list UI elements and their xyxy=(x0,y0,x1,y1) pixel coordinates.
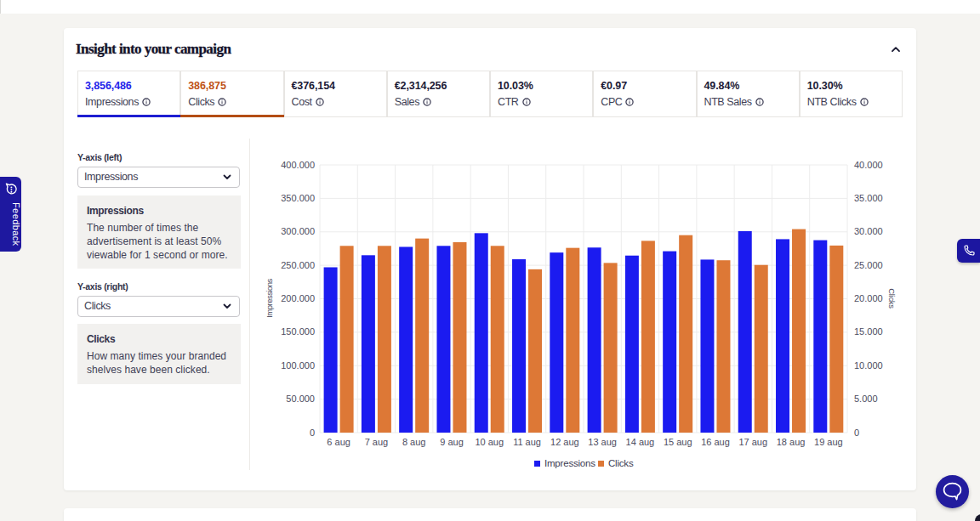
svg-text:Impressions: Impressions xyxy=(544,458,595,468)
svg-text:13 aug: 13 aug xyxy=(588,437,617,447)
svg-text:25.000: 25.000 xyxy=(854,260,883,270)
svg-text:18 aug: 18 aug xyxy=(777,437,806,447)
svg-text:11 aug: 11 aug xyxy=(513,437,541,447)
svg-text:30.000: 30.000 xyxy=(854,226,883,236)
svg-text:6 aug: 6 aug xyxy=(327,437,350,447)
svg-text:19 aug: 19 aug xyxy=(814,437,843,447)
svg-text:5.000: 5.000 xyxy=(854,394,878,404)
svg-text:7 aug: 7 aug xyxy=(365,437,389,447)
svg-text:35.000: 35.000 xyxy=(854,193,883,203)
svg-text:400.000: 400.000 xyxy=(281,160,315,170)
svg-text:16 aug: 16 aug xyxy=(701,437,730,447)
svg-text:12 aug: 12 aug xyxy=(550,437,579,447)
svg-text:9 aug: 9 aug xyxy=(440,437,464,447)
svg-text:150.000: 150.000 xyxy=(281,326,315,337)
svg-text:300.000: 300.000 xyxy=(281,226,315,236)
svg-text:Impressions: Impressions xyxy=(265,278,274,317)
svg-text:200.000: 200.000 xyxy=(281,293,315,303)
svg-text:10 aug: 10 aug xyxy=(475,437,504,447)
svg-text:10.000: 10.000 xyxy=(854,360,883,371)
svg-text:0: 0 xyxy=(854,428,859,438)
svg-text:8 aug: 8 aug xyxy=(402,437,426,447)
svg-text:15.000: 15.000 xyxy=(854,326,883,337)
svg-text:15 aug: 15 aug xyxy=(664,437,692,447)
svg-text:14 aug: 14 aug xyxy=(626,437,655,447)
svg-text:350.000: 350.000 xyxy=(281,193,315,203)
svg-text:20.000: 20.000 xyxy=(854,293,883,303)
svg-text:0: 0 xyxy=(310,428,315,438)
svg-text:40.000: 40.000 xyxy=(854,160,883,170)
svg-text:Clicks: Clicks xyxy=(608,458,634,468)
svg-text:100.000: 100.000 xyxy=(281,360,315,371)
svg-text:17 aug: 17 aug xyxy=(738,437,767,447)
svg-text:250.000: 250.000 xyxy=(281,260,315,270)
svg-text:50.000: 50.000 xyxy=(286,394,315,404)
svg-text:Clicks: Clicks xyxy=(887,288,897,309)
